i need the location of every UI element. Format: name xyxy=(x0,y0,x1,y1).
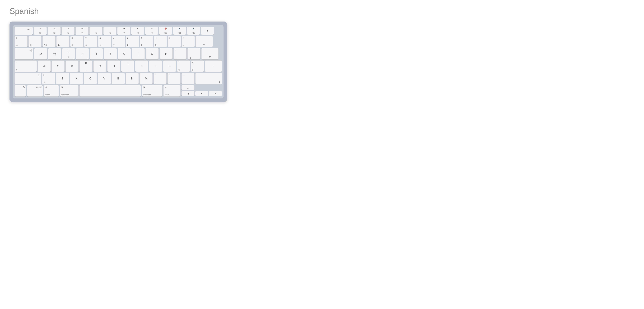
key-2[interactable]: " 2 @ xyxy=(42,36,56,47)
key-lbracket[interactable]: ^ ` [ xyxy=(174,48,186,60)
key-l[interactable]: L xyxy=(149,60,162,72)
key-lessthan[interactable]: > < xyxy=(42,73,55,84)
keyboard: esc ☀ F1 ✳ F2 ⊞ F3 ⊟ F4 F5 xyxy=(10,22,227,102)
key-arrow-left[interactable]: ◀ xyxy=(182,91,194,96)
key-esc[interactable]: esc xyxy=(14,26,33,35)
arrow-bottom: ◀ ▼ ▶ xyxy=(182,91,222,96)
key-0[interactable]: = 0 xyxy=(154,36,167,47)
key-s[interactable]: S xyxy=(52,60,64,72)
key-t[interactable]: T xyxy=(90,48,103,60)
qwerty-row: →| Q W E € R T Y U xyxy=(14,48,222,60)
key-comma[interactable]: ; , xyxy=(154,73,166,84)
key-caps[interactable]: • ⇪ xyxy=(14,60,37,72)
key-tab[interactable]: →| xyxy=(14,48,33,60)
key-q[interactable]: Q xyxy=(34,48,47,60)
key-v[interactable]: V xyxy=(98,73,111,84)
key-alt-left[interactable]: alt option xyxy=(44,85,59,96)
key-c[interactable]: C xyxy=(84,73,97,84)
key-6[interactable]: & 6 ¬ xyxy=(98,36,111,47)
key-arrow-right[interactable]: ▶ xyxy=(209,91,222,96)
key-f5[interactable]: F5 xyxy=(90,26,102,35)
key-f9[interactable]: ⏭ F9 xyxy=(145,26,158,35)
key-rbracket[interactable]: * + ] xyxy=(188,48,200,60)
arrow-cluster: ▲ ◀ ▼ ▶ xyxy=(182,85,222,96)
key-f4[interactable]: ⊟ F4 xyxy=(76,26,88,35)
key-eject[interactable]: ⏏ xyxy=(201,26,214,35)
key-b[interactable]: B xyxy=(112,73,125,84)
key-a[interactable]: A xyxy=(38,60,51,72)
key-semicolon[interactable]: Ñ xyxy=(163,60,176,72)
key-9[interactable]: ) 9 xyxy=(140,36,153,47)
key-7[interactable]: / 7 xyxy=(112,36,125,47)
key-e[interactable]: E € xyxy=(62,48,75,60)
key-w[interactable]: W xyxy=(48,48,61,60)
key-d[interactable]: D xyxy=(66,60,78,72)
key-g[interactable]: G xyxy=(94,60,106,72)
key-r[interactable]: R xyxy=(76,48,89,60)
key-shift-right[interactable]: ⇧ xyxy=(195,73,222,84)
key-backslash[interactable]: Ç } xyxy=(191,60,204,72)
key-shift-left[interactable]: ⇧ xyxy=(14,73,41,84)
key-arrow-down[interactable]: ▼ xyxy=(195,91,208,96)
key-o[interactable]: O xyxy=(146,48,159,60)
key-p[interactable]: P xyxy=(160,48,172,60)
key-space[interactable] xyxy=(80,85,141,96)
key-k[interactable]: K xyxy=(135,60,148,72)
key-f7[interactable]: ⏮ F7 xyxy=(117,26,130,35)
bottom-row: fn control alt option ⌘ command ⌘ comman… xyxy=(14,85,222,96)
zxcv-row: ⇧ > < Z X C V B N xyxy=(14,73,222,84)
keyboard-inner: esc ☀ F1 ✳ F2 ⊞ F3 ⊟ F4 F5 xyxy=(13,25,224,98)
key-enter[interactable]: ↵ xyxy=(201,48,218,60)
key-f6[interactable]: F6 xyxy=(104,26,116,35)
key-i[interactable]: I xyxy=(132,48,145,60)
key-f10[interactable]: 🔇 F10 xyxy=(159,26,172,35)
key-m[interactable]: M xyxy=(140,73,152,84)
number-row: a o \ ! 1 | " 2 @ · 3 # $ 4 xyxy=(14,36,222,47)
key-fn[interactable]: fn xyxy=(14,85,26,96)
key-quote[interactable]: ¨ ´ { xyxy=(177,60,190,72)
key-x[interactable]: X xyxy=(70,73,83,84)
key-z[interactable]: Z xyxy=(56,73,69,84)
key-alt-right[interactable]: alt option xyxy=(163,85,180,96)
key-f3[interactable]: ⊞ F3 xyxy=(62,26,74,35)
key-f8[interactable]: ⏯ F8 xyxy=(131,26,144,35)
key-3[interactable]: · 3 # xyxy=(56,36,69,47)
key-f12[interactable]: 🔊 F12 xyxy=(187,26,200,35)
key-slash[interactable]: — - xyxy=(182,73,194,84)
key-4[interactable]: $ 4 xyxy=(70,36,83,47)
key-grave[interactable]: a o \ xyxy=(14,36,28,47)
key-f11[interactable]: 🔈 F11 xyxy=(173,26,186,35)
key-backspace[interactable]: ← xyxy=(196,36,213,47)
key-cmd-right[interactable]: ⌘ command xyxy=(142,85,162,96)
key-minus[interactable]: ? ' xyxy=(168,36,181,47)
key-1[interactable]: ! 1 | xyxy=(28,36,42,47)
key-equal[interactable]: ¿ ¡ xyxy=(182,36,195,47)
key-period[interactable]: : . xyxy=(168,73,180,84)
asdf-row: • ⇪ A S D F — G H J — xyxy=(14,60,222,72)
key-8[interactable]: ( 8 xyxy=(126,36,139,47)
key-y[interactable]: Y xyxy=(104,48,117,60)
key-arrow-up[interactable]: ▲ xyxy=(182,85,194,90)
key-5[interactable]: % 5 xyxy=(84,36,97,47)
key-h[interactable]: H xyxy=(107,60,120,72)
key-n[interactable]: N xyxy=(126,73,139,84)
key-cmd-left[interactable]: ⌘ command xyxy=(60,85,78,96)
key-u[interactable]: U xyxy=(118,48,131,60)
key-j[interactable]: J — xyxy=(121,60,134,72)
key-control[interactable]: control xyxy=(27,85,43,96)
key-f2[interactable]: ✳ F2 xyxy=(48,26,61,35)
key-f[interactable]: F — xyxy=(80,60,92,72)
page-title: Spanish xyxy=(10,6,39,16)
key-f1[interactable]: ☀ F1 xyxy=(34,26,47,35)
key-enter2[interactable]: ↵ xyxy=(205,60,222,72)
fn-row: esc ☀ F1 ✳ F2 ⊞ F3 ⊟ F4 F5 xyxy=(14,26,222,35)
